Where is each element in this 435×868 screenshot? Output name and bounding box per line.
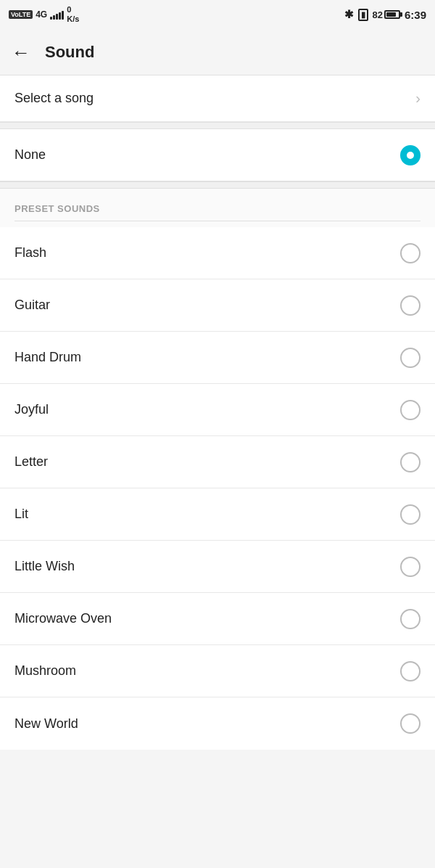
sound-row[interactable]: New World bbox=[0, 697, 435, 750]
radio-unselected-indicator bbox=[400, 348, 420, 368]
sound-list: FlashGuitarHand DrumJoyfulLetterLitLittl… bbox=[0, 227, 435, 750]
sound-name: Mushroom bbox=[14, 663, 76, 679]
battery-icon bbox=[384, 10, 400, 19]
chevron-right-icon: › bbox=[415, 90, 420, 107]
sound-name: Guitar bbox=[14, 298, 50, 313]
radio-unselected-indicator bbox=[400, 504, 420, 525]
radio-inner bbox=[407, 152, 414, 159]
data-usage: 0K/s bbox=[67, 5, 79, 24]
radio-unselected-indicator bbox=[400, 295, 420, 316]
sound-row[interactable]: Microwave Oven bbox=[0, 593, 435, 645]
sound-row[interactable]: Little Wish bbox=[0, 541, 435, 593]
radio-unselected-indicator bbox=[400, 452, 420, 472]
status-bar-right: ✱ ▮ 82 6:39 bbox=[344, 8, 427, 21]
radio-selected-indicator bbox=[400, 145, 420, 165]
preset-divider bbox=[0, 181, 435, 189]
signal-type: 4G bbox=[36, 9, 47, 20]
sound-row[interactable]: Hand Drum bbox=[0, 332, 435, 384]
none-label: None bbox=[14, 147, 46, 163]
sound-name: New World bbox=[14, 716, 78, 732]
sound-row[interactable]: Joyful bbox=[0, 384, 435, 436]
sound-row[interactable]: Flash bbox=[0, 227, 435, 279]
radio-unselected-indicator bbox=[400, 400, 420, 420]
bluetooth-icon: ✱ bbox=[344, 8, 354, 21]
sound-name: Joyful bbox=[14, 402, 49, 417]
battery-percent: 82 bbox=[373, 9, 383, 20]
status-bar: VoLTE 4G 0K/s ✱ ▮ 82 6:39 bbox=[0, 0, 435, 29]
back-button[interactable]: ← bbox=[12, 43, 30, 62]
sound-row[interactable]: Mushroom bbox=[0, 645, 435, 697]
section-divider bbox=[0, 122, 435, 129]
preset-sounds-label: PRESET SOUNDS bbox=[14, 203, 100, 214]
select-song-row[interactable]: Select a song › bbox=[0, 75, 435, 122]
radio-unselected-indicator bbox=[400, 661, 420, 681]
battery-fill bbox=[386, 12, 396, 17]
page-title: Sound bbox=[45, 43, 94, 62]
sound-name: Flash bbox=[14, 245, 46, 261]
signal-bars bbox=[50, 9, 64, 20]
radio-unselected-indicator bbox=[400, 609, 420, 629]
sound-name: Hand Drum bbox=[14, 350, 81, 365]
preset-header-divider bbox=[14, 221, 420, 221]
radio-unselected-indicator bbox=[400, 557, 420, 577]
time-display: 6:39 bbox=[405, 9, 426, 21]
select-song-label: Select a song bbox=[14, 91, 94, 106]
radio-unselected-indicator bbox=[400, 243, 420, 263]
toolbar: ← Sound bbox=[0, 29, 435, 75]
sound-row[interactable]: Lit bbox=[0, 488, 435, 541]
vibrate-icon: ▮ bbox=[358, 9, 368, 21]
sound-name: Lit bbox=[14, 507, 28, 522]
radio-unselected-indicator bbox=[400, 713, 420, 734]
battery-block: 82 bbox=[373, 9, 400, 20]
sound-name: Letter bbox=[14, 454, 48, 470]
none-option-row[interactable]: None bbox=[0, 129, 435, 181]
sound-name: Microwave Oven bbox=[14, 611, 112, 626]
preset-sounds-header: PRESET SOUNDS bbox=[0, 189, 435, 227]
status-bar-left: VoLTE 4G 0K/s bbox=[9, 5, 79, 24]
volte-badge: VoLTE bbox=[9, 10, 33, 19]
sound-row[interactable]: Letter bbox=[0, 436, 435, 488]
sound-name: Little Wish bbox=[14, 559, 75, 574]
sound-row[interactable]: Guitar bbox=[0, 279, 435, 332]
